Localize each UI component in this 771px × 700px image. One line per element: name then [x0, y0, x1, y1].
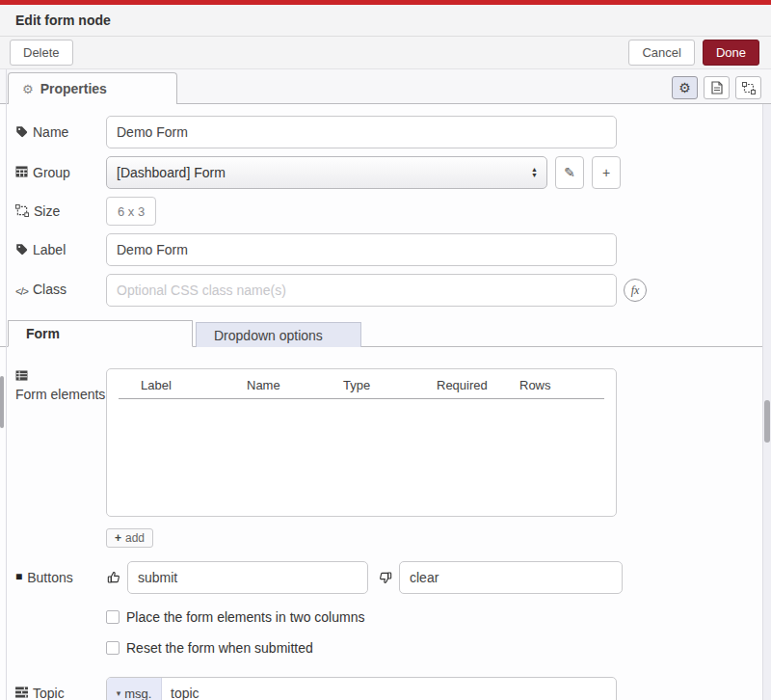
- form-elements-widget: Label Name Type Required Rows: [106, 368, 617, 517]
- select-arrows-icon: ▲ ▼: [531, 167, 538, 178]
- square-icon: ■: [15, 571, 22, 582]
- add-element-button[interactable]: + add: [106, 528, 153, 548]
- dialog-title: Edit form node: [15, 13, 111, 28]
- column-header: Required: [437, 378, 519, 392]
- tab-properties[interactable]: ⚙ Properties: [8, 72, 177, 104]
- group-select-value: [Dashboard] Form: [117, 165, 226, 180]
- label-input[interactable]: [106, 233, 617, 266]
- form-elements-row: Form elements Label Name Type Required R…: [8, 368, 763, 517]
- checkbox-label: Place the form elements in two columns: [126, 609, 364, 625]
- done-button[interactable]: Done: [703, 40, 759, 66]
- buttons-label: ■ Buttons: [15, 569, 106, 586]
- thumbs-down-icon: [378, 570, 393, 585]
- class-row: </> Class fx: [8, 274, 763, 307]
- submit-button-text-input[interactable]: [127, 561, 368, 594]
- two-columns-checkbox[interactable]: [106, 610, 120, 624]
- scrollbar-thumb[interactable]: [764, 400, 770, 443]
- tag-icon: [15, 125, 28, 138]
- subtab-dropdown-options[interactable]: Dropdown options: [196, 322, 361, 347]
- topic-type-label: msg.: [124, 687, 151, 700]
- label-row: Label: [8, 233, 763, 266]
- two-columns-option: Place the form elements in two columns: [106, 609, 763, 625]
- tabbar-buttons: ⚙: [672, 76, 761, 99]
- header-divider: [119, 398, 604, 399]
- add-group-button[interactable]: +: [592, 156, 621, 189]
- gear-icon: ⚙: [678, 80, 691, 95]
- reset-form-option: Reset the form when submitted: [106, 640, 763, 656]
- appearance-view-button[interactable]: [735, 76, 761, 99]
- name-label: Name: [15, 123, 106, 141]
- form-elements-label: Form elements: [15, 368, 106, 403]
- plus-icon: +: [602, 165, 610, 180]
- clear-button-text-input[interactable]: [399, 561, 623, 594]
- vertical-scrollbar[interactable]: [762, 104, 771, 700]
- name-input[interactable]: [106, 116, 617, 148]
- thumbs-up-icon: [106, 570, 121, 585]
- edit-group-button[interactable]: ✎: [555, 156, 584, 189]
- class-label: </> Class: [15, 281, 106, 300]
- edit-form-node-dialog: Edit form node Delete Cancel Done ⚙ Prop…: [0, 0, 771, 700]
- column-header: Name: [247, 378, 343, 392]
- class-input[interactable]: [106, 274, 617, 307]
- column-header: Type: [343, 378, 437, 392]
- table-icon: [15, 166, 28, 177]
- size-button[interactable]: 6 x 3: [106, 197, 156, 226]
- name-row: Name: [8, 116, 763, 148]
- gear-icon: ⚙: [22, 82, 34, 96]
- plus-icon: +: [115, 531, 121, 545]
- label-label: Label: [15, 241, 106, 258]
- checkbox-label: Reset the form when submitted: [126, 640, 313, 656]
- object-group-icon: [15, 204, 29, 217]
- properties-panel: Name Group [Dashboard] Form ▲ ▼ ✎: [0, 104, 771, 700]
- list-table-icon: [15, 370, 28, 381]
- pencil-icon: ✎: [564, 165, 575, 180]
- delete-button[interactable]: Delete: [10, 40, 73, 66]
- editor-tabbar: ⚙ Properties ⚙: [0, 69, 771, 104]
- topic-label: Topic: [15, 685, 106, 700]
- subtab-form[interactable]: Form: [8, 320, 193, 347]
- selection-frame-icon: [742, 82, 756, 94]
- group-label: Group: [15, 164, 106, 181]
- tag-icon: [15, 243, 28, 256]
- topic-typed-input: ▾ msg. topic: [106, 677, 617, 700]
- caret-down-icon: ▾: [117, 688, 121, 698]
- size-row: Size 6 x 3: [8, 197, 763, 226]
- form-elements-table[interactable]: Label Name Type Required Rows: [106, 368, 617, 517]
- reset-form-checkbox[interactable]: [106, 641, 120, 655]
- dialog-toolbar: Delete Cancel Done: [0, 37, 771, 69]
- description-view-button[interactable]: [704, 76, 730, 99]
- form-elements-header: Label Name Type Required Rows: [107, 369, 616, 398]
- size-label: Size: [15, 202, 106, 220]
- topic-row: Topic ▾ msg. topic: [8, 677, 763, 700]
- group-select[interactable]: [Dashboard] Form ▲ ▼: [106, 156, 547, 189]
- topic-value-input[interactable]: topic: [162, 678, 616, 700]
- tab-properties-label: Properties: [40, 81, 107, 96]
- cancel-button[interactable]: Cancel: [628, 40, 694, 66]
- tasks-icon: [15, 687, 28, 698]
- form-subtabs: Form Dropdown options: [0, 318, 771, 347]
- buttons-row: ■ Buttons: [8, 561, 763, 594]
- code-icon: </>: [15, 283, 28, 300]
- group-row: Group [Dashboard] Form ▲ ▼ ✎ +: [8, 156, 763, 189]
- left-edge-divider: [6, 69, 7, 700]
- dialog-header: Edit form node: [0, 5, 771, 37]
- topic-type-selector[interactable]: ▾ msg.: [107, 678, 162, 700]
- column-header: Rows: [519, 378, 551, 392]
- left-scrollbar-thumb[interactable]: [0, 376, 4, 428]
- fx-button[interactable]: fx: [624, 279, 647, 302]
- column-header: Label: [141, 378, 247, 392]
- properties-view-button[interactable]: ⚙: [672, 76, 698, 99]
- document-icon: [711, 81, 723, 94]
